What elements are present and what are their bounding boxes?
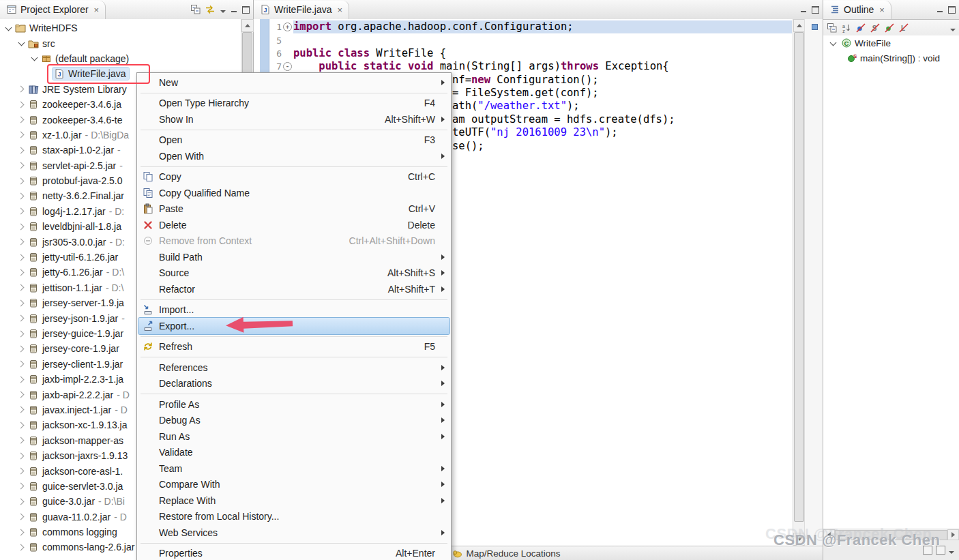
expand-arrow[interactable]: [16, 392, 27, 397]
menu-item-compare-with[interactable]: Compare With: [138, 477, 449, 493]
menu-item-team[interactable]: Team: [138, 460, 449, 477]
menu-item-new[interactable]: New: [138, 74, 449, 91]
tree-item[interactable]: (default package): [0, 51, 241, 66]
expand-arrow[interactable]: [16, 239, 27, 244]
maximize-icon[interactable]: [948, 6, 956, 14]
expand-arrow[interactable]: [16, 285, 27, 290]
expand-arrow[interactable]: [16, 545, 27, 550]
close-icon[interactable]: ×: [338, 5, 343, 14]
collapse-all-icon[interactable]: [190, 4, 201, 15]
hide-non-public-icon[interactable]: [884, 23, 895, 33]
expand-arrow[interactable]: [16, 179, 27, 183]
expand-arrow[interactable]: [16, 148, 27, 153]
menu-item-refresh[interactable]: RefreshF5: [138, 339, 449, 355]
expand-arrow[interactable]: [16, 362, 27, 366]
menu-item-remove-from-context[interactable]: Remove from ContextCtrl+Alt+Shift+Down: [138, 233, 449, 250]
menu-item-run-as[interactable]: Run As: [138, 428, 449, 445]
expand-arrow[interactable]: [16, 454, 27, 458]
expand-arrow[interactable]: [16, 514, 27, 519]
scroll-thumb[interactable]: [794, 32, 804, 522]
hide-static-members-icon[interactable]: S: [870, 23, 881, 33]
minimize-icon[interactable]: [936, 6, 943, 13]
code-line[interactable]: 7 public static void main(String[] args)…: [269, 60, 792, 73]
expand-arrow[interactable]: [16, 377, 27, 382]
expand-arrow[interactable]: [16, 438, 27, 443]
expand-arrow[interactable]: [16, 530, 27, 535]
expand-arrow[interactable]: [3, 27, 14, 30]
maximize-icon[interactable]: [812, 6, 819, 14]
close-icon[interactable]: ×: [94, 5, 100, 14]
hide-local-types-icon[interactable]: L: [898, 23, 909, 33]
menu-item-open-type-hierarchy[interactable]: Open Type HierarchyF4: [138, 95, 449, 112]
menu-item-properties[interactable]: PropertiesAlt+Enter: [138, 546, 449, 560]
expand-arrow[interactable]: [16, 255, 27, 260]
expand-arrow[interactable]: [16, 209, 27, 213]
collapse-all-icon[interactable]: [827, 23, 838, 33]
tab-project-explorer[interactable]: Project Explorer ×: [0, 1, 106, 19]
hide-fields-icon[interactable]: [855, 23, 866, 33]
code-line[interactable]: 5: [269, 33, 792, 46]
expand-arrow[interactable]: [16, 163, 27, 168]
menu-item-paste[interactable]: PasteCtrl+V: [138, 201, 449, 218]
expand-arrow[interactable]: [16, 316, 27, 321]
menu-item-source[interactable]: SourceAlt+Shift+S: [138, 265, 449, 282]
fold-collapse-icon[interactable]: [282, 62, 293, 71]
expand-arrow[interactable]: [16, 132, 27, 137]
minimize-icon[interactable]: [800, 6, 807, 13]
expand-arrow[interactable]: [16, 407, 27, 412]
menu-item-export[interactable]: Export...: [138, 318, 449, 334]
menu-item-show-in[interactable]: Show InAlt+Shift+W: [138, 111, 449, 128]
menu-item-delete[interactable]: DeleteDelete: [138, 217, 449, 233]
menu-item-replace-with[interactable]: Replace With: [138, 492, 449, 509]
menu-item-profile-as[interactable]: Profile As: [138, 396, 449, 413]
expand-arrow[interactable]: [16, 484, 27, 488]
annotation-marker[interactable]: [812, 24, 818, 30]
menu-item-import[interactable]: Import...: [138, 302, 449, 319]
view-menu-icon[interactable]: [220, 4, 226, 15]
expand-arrow[interactable]: [29, 57, 40, 60]
menu-item-declarations[interactable]: Declarations: [138, 376, 449, 392]
expand-arrow[interactable]: [16, 42, 27, 45]
expand-arrow[interactable]: [827, 42, 838, 45]
scroll-up-icon[interactable]: [241, 19, 254, 32]
view-menu-icon[interactable]: [949, 545, 954, 556]
menu-item-open-with[interactable]: Open With: [138, 148, 449, 164]
tree-item[interactable]: WriteHDFS: [0, 20, 241, 35]
view-menu-icon[interactable]: [950, 23, 956, 33]
menu-item-copy[interactable]: CopyCtrl+C: [138, 169, 449, 186]
maximize-icon[interactable]: [242, 6, 250, 14]
tree-item[interactable]: src: [0, 35, 241, 50]
scroll-right-icon[interactable]: [947, 529, 959, 540]
minimize-icon[interactable]: [231, 6, 237, 13]
editor-scrollbar[interactable]: [793, 19, 805, 546]
bottom-tab-map-reduce-locations[interactable]: Map/Reduce Locations: [446, 546, 565, 560]
expand-arrow[interactable]: [16, 301, 27, 306]
outline-class-node[interactable]: C WriteFile: [823, 35, 959, 50]
fold-expand-icon[interactable]: [282, 23, 293, 31]
menu-item-web-services[interactable]: Web Services: [138, 525, 449, 541]
code-line[interactable]: 1import org.apache.hadoop.conf.Configura…: [269, 20, 792, 33]
expand-arrow[interactable]: [16, 423, 27, 428]
link-with-editor-icon[interactable]: [205, 4, 216, 15]
menu-item-open[interactable]: OpenF3: [138, 132, 449, 149]
expand-arrow[interactable]: [16, 331, 27, 336]
expand-arrow[interactable]: [16, 469, 27, 473]
sort-icon[interactable]: az: [841, 23, 852, 33]
code-line[interactable]: 6public class WriteFile {: [269, 47, 792, 60]
menu-item-debug-as[interactable]: Debug As: [138, 413, 449, 429]
expand-arrow[interactable]: [16, 270, 27, 275]
expand-arrow[interactable]: [16, 224, 27, 229]
menu-item-build-path[interactable]: Build Path: [138, 249, 449, 265]
menu-item-restore-from-local-history[interactable]: Restore from Local History...: [138, 509, 449, 525]
menu-item-copy-qualified-name[interactable]: Copy Qualified Name: [138, 185, 449, 201]
expand-arrow[interactable]: [16, 347, 27, 351]
expand-arrow[interactable]: [16, 117, 27, 122]
close-icon[interactable]: ×: [879, 5, 885, 14]
expand-arrow[interactable]: [16, 194, 27, 198]
tab-writefile-java[interactable]: J WriteFile.java ×: [254, 1, 349, 19]
menu-item-references[interactable]: References: [138, 359, 449, 376]
tab-outline[interactable]: Outline ×: [823, 1, 891, 19]
overview-ruler[interactable]: [804, 19, 823, 546]
menu-item-validate[interactable]: Validate: [138, 445, 449, 461]
outline-method-node[interactable]: S main(String[]) : void: [823, 50, 959, 65]
